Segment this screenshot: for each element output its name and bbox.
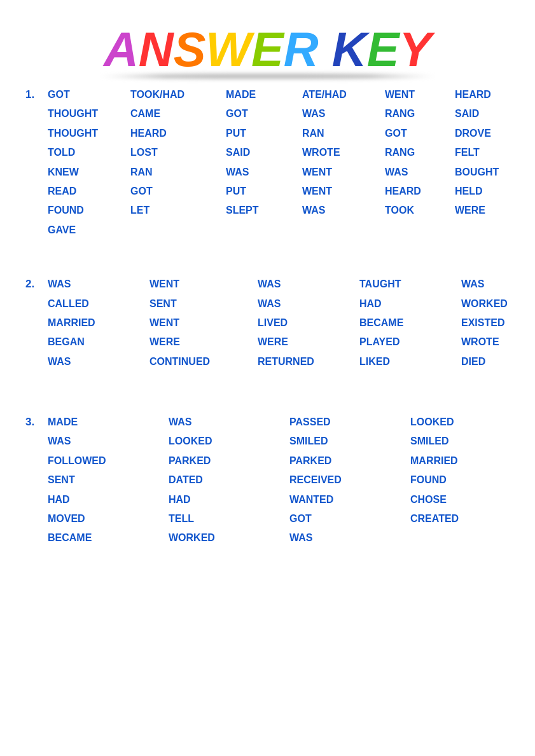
- word: TOLD: [48, 143, 130, 162]
- word: WAS: [302, 201, 385, 220]
- title-letter-w: W: [205, 25, 251, 74]
- word: FOUND: [48, 201, 130, 220]
- section-2: 2.WASWENTWASTAUGHTWASCALLEDSENTWASHADWOR…: [25, 275, 510, 371]
- word-row: BEGANWEREWEREPLAYEDWROTE: [25, 333, 510, 352]
- word: KNEW: [48, 163, 130, 182]
- word: HEARD: [385, 182, 455, 201]
- word-row: READGOTPUTWENTHEARDHELD: [25, 182, 510, 201]
- word: WENT: [302, 163, 385, 182]
- title-letter-y: Y: [399, 25, 431, 74]
- word: BEGAN: [48, 333, 149, 352]
- title-letter-e1: E: [251, 25, 284, 74]
- word: SENT: [149, 294, 258, 313]
- word: HEARD: [130, 124, 226, 143]
- word: WAS: [385, 163, 455, 182]
- word: CAME: [130, 104, 226, 123]
- title-letter-k: K: [332, 25, 367, 74]
- word: DIED: [461, 352, 535, 371]
- word: SAID: [455, 104, 518, 123]
- word: RECEIVED: [289, 471, 410, 490]
- word: WAS: [289, 528, 410, 547]
- word: WAS: [48, 275, 149, 294]
- word: CREATED: [410, 509, 512, 528]
- word-row: MOVEDTELLGOTCREATED: [25, 509, 510, 528]
- word: EXISTED: [461, 313, 535, 333]
- word-row: THOUGHTHEARDPUTRANGOTDROVE: [25, 124, 510, 143]
- page-title: ANSWER KEY: [25, 25, 510, 74]
- word: WERE: [455, 201, 518, 220]
- word: WORKED: [169, 528, 289, 547]
- main-content: 1.GOTTOOK/HADMADEATE/HADWENTHEARDTHOUGHT…: [25, 85, 510, 548]
- word: ATE/HAD: [302, 85, 385, 104]
- title-letter-r: R: [284, 25, 319, 74]
- word: GOT: [385, 124, 455, 143]
- word: RAN: [302, 124, 385, 143]
- word: WROTE: [302, 143, 385, 162]
- word: MADE: [48, 413, 169, 432]
- word: BECAME: [359, 313, 461, 333]
- word: PUT: [226, 182, 302, 201]
- word: SMILED: [289, 432, 410, 451]
- word: TOOK: [385, 201, 455, 220]
- word: PLAYED: [359, 333, 461, 352]
- word: WAS: [48, 432, 169, 451]
- word: BECAME: [48, 528, 169, 547]
- word-row: CALLEDSENTWASHADWORKED: [25, 294, 510, 313]
- word-row: 1.GOTTOOK/HADMADEATE/HADWENTHEARD: [25, 85, 510, 104]
- section-1: 1.GOTTOOK/HADMADEATE/HADWENTHEARDTHOUGHT…: [25, 85, 510, 240]
- word: GOT: [289, 509, 410, 528]
- word: WAS: [169, 413, 289, 432]
- word: TELL: [169, 509, 289, 528]
- section-number: 1.: [25, 88, 48, 101]
- word-row: THOUGHTCAMEGOTWASRANGSAID: [25, 104, 510, 123]
- word: SMILED: [410, 432, 512, 451]
- word: LIKED: [359, 352, 461, 371]
- title-area: ANSWER KEY: [25, 13, 510, 85]
- word: LOST: [130, 143, 226, 162]
- word: HAD: [48, 490, 169, 509]
- title-letter-s: S: [174, 25, 206, 74]
- word-row: WASLOOKEDSMILEDSMILED: [25, 432, 510, 451]
- word: TAUGHT: [359, 275, 461, 294]
- word-row: 2.WASWENTWASTAUGHTWAS: [25, 275, 510, 294]
- word: SAID: [226, 143, 302, 162]
- word: WERE: [149, 333, 258, 352]
- word-row: SENTDATEDRECEIVEDFOUND: [25, 471, 510, 490]
- word: PUT: [226, 124, 302, 143]
- word: WROTE: [461, 333, 535, 352]
- word: THOUGHT: [48, 124, 130, 143]
- word: LET: [130, 201, 226, 220]
- word: HEARD: [455, 85, 518, 104]
- word-row: WASCONTINUEDRETURNEDLIKEDDIED: [25, 352, 510, 371]
- title-letter-e2: E: [367, 25, 400, 74]
- word: FOUND: [410, 471, 512, 490]
- word: DATED: [169, 471, 289, 490]
- word: FOLLOWED: [48, 451, 169, 471]
- word: SLEPT: [226, 201, 302, 220]
- word: CHOSE: [410, 490, 512, 509]
- word: BOUGHT: [455, 163, 518, 182]
- word-row: BECAMEWORKEDWAS: [25, 528, 510, 547]
- word: MARRIED: [48, 313, 149, 333]
- word: TOOK/HAD: [130, 85, 226, 104]
- title-letter-a: A: [104, 25, 139, 74]
- word: RAN: [130, 163, 226, 182]
- word: GOT: [48, 85, 130, 104]
- word: WANTED: [289, 490, 410, 509]
- word-row: KNEWRANWASWENTWASBOUGHT: [25, 163, 510, 182]
- word: GOT: [226, 104, 302, 123]
- word: WAS: [461, 275, 535, 294]
- section-3: 3.MADEWASPASSEDLOOKEDWASLOOKEDSMILEDSMIL…: [25, 413, 510, 548]
- word-row: TOLDLOSTSAIDWROTERANGFELT: [25, 143, 510, 162]
- word: WENT: [149, 275, 258, 294]
- word: FELT: [455, 143, 518, 162]
- word: LOOKED: [410, 413, 512, 432]
- word: WAS: [302, 104, 385, 123]
- word: WENT: [149, 313, 258, 333]
- word: CONTINUED: [149, 352, 258, 371]
- word: WERE: [258, 333, 359, 352]
- title-shadow: [98, 74, 437, 79]
- word-row: FOLLOWEDPARKEDPARKEDMARRIED: [25, 451, 510, 471]
- word: RANG: [385, 143, 455, 162]
- word: HAD: [359, 294, 461, 313]
